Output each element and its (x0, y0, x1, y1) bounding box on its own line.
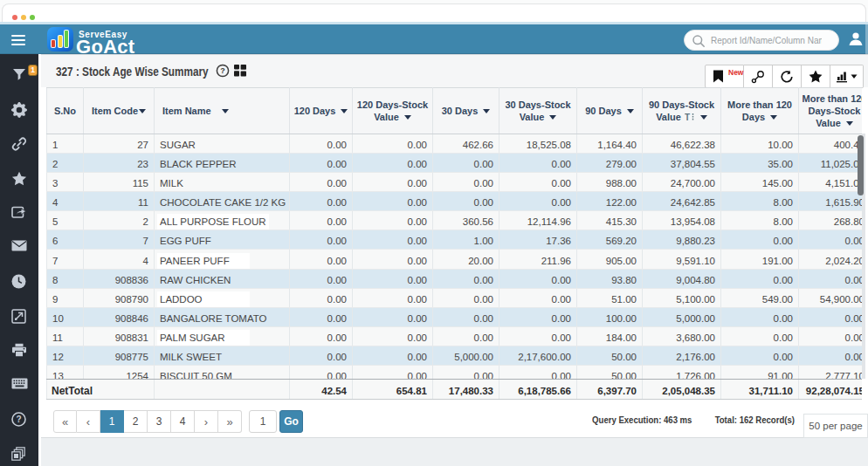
table-row[interactable]: 3115MILK0.000.000.000.00988.0024,700.001… (47, 173, 863, 192)
close-window-dot[interactable] (12, 15, 17, 20)
column-header-more-than-120-days[interactable]: More than 120 Days (721, 88, 799, 134)
sort-caret-icon (222, 109, 229, 113)
table-row[interactable]: 11908831PALM SUGAR0.000.000.000.00184.00… (47, 326, 863, 346)
minimize-window-dot[interactable] (21, 15, 26, 20)
table-row[interactable]: 8908836RAW CHICKEN0.000.000.000.0093.809… (47, 269, 863, 288)
bookmark-icon (713, 70, 724, 83)
cell: 0.00 (353, 365, 433, 379)
cell: 415.30 (577, 211, 643, 230)
send-icon (11, 205, 27, 219)
table-row[interactable]: 127SUGAR0.000.00462.6618,525.081,164.404… (47, 134, 863, 154)
chart-dropdown-icon (837, 71, 858, 83)
table-row[interactable]: 411CHOCOLATE CAKE 1/2 KG0.000.000.000.00… (47, 192, 863, 211)
net-total-value: 42.54 (290, 380, 353, 399)
toolbar-button-group: New (705, 65, 864, 88)
sidebar-item-star[interactable] (0, 164, 38, 194)
goto-page-input[interactable] (249, 410, 277, 433)
cell: 8.00 (721, 211, 799, 230)
sidebar-item-chart-box[interactable] (0, 302, 38, 332)
column-header-120-days-stock-value[interactable]: 120 Days-Stock Value (353, 88, 433, 134)
cell: 0.00 (290, 346, 353, 365)
prev-page-button[interactable]: ‹ (77, 410, 100, 433)
table-row[interactable]: 9908790LADDOO0.000.000.000.0051.005,100.… (47, 288, 863, 307)
sidebar-item-printer[interactable] (0, 336, 38, 366)
column-header-more-than-120-days-stock-value[interactable]: More than 120 Days-Stock Value (799, 88, 863, 134)
dashboard-grid-icon[interactable] (234, 65, 246, 77)
page-3-button[interactable]: 3 (148, 410, 171, 433)
table-row[interactable]: 131254BISCUIT 50 GM0.000.000.000.0050.00… (47, 365, 863, 379)
cell: 51.00 (577, 288, 643, 307)
sidebar-item-mail[interactable] (0, 233, 38, 263)
column-header-90-days[interactable]: 90 Days (577, 88, 643, 134)
page-1-button[interactable]: 1 (100, 410, 124, 433)
cell: 0.00 (353, 346, 433, 365)
chart-dropdown-button[interactable] (830, 65, 864, 88)
sidebar-item-link[interactable] (0, 129, 38, 159)
sort-caret-icon (341, 109, 348, 113)
cell: 37,804.55 (643, 154, 721, 173)
cell: 24,642.85 (643, 192, 721, 211)
user-icon[interactable] (848, 31, 864, 46)
cell: 1.00 (433, 230, 499, 250)
maximize-window-dot[interactable] (30, 15, 35, 20)
cell: 0.00 (290, 211, 353, 230)
global-search (684, 30, 839, 51)
report-table: S.NoItem CodeItem Name120 Days120 Days-S… (46, 87, 862, 379)
cell: 0.00 (799, 307, 863, 326)
cell: 0.00 (499, 365, 577, 379)
table-row[interactable]: 74PANEER PUFF0.000.0020.00211.96905.009,… (47, 250, 863, 269)
sidebar-item-send[interactable] (0, 198, 38, 228)
cell: 0.00 (799, 326, 863, 346)
sidebar-item-help[interactable]: ? (0, 405, 38, 435)
column-header-item-name[interactable]: Item Name (155, 88, 290, 134)
refresh-button[interactable] (773, 65, 802, 88)
cell: 9,004.80 (643, 269, 721, 288)
first-page-button[interactable]: « (53, 410, 77, 433)
table-row[interactable]: 223BLACK PEPPER0.000.000.000.00279.0037,… (47, 154, 863, 173)
column-header-30-days[interactable]: 30 Days (433, 88, 499, 134)
page-2-button[interactable]: 2 (124, 410, 148, 433)
cell: 0.00 (353, 288, 433, 307)
search-input[interactable] (711, 31, 822, 50)
last-page-button[interactable]: » (218, 410, 242, 433)
page-4-button[interactable]: 4 (171, 410, 195, 433)
cell: 191.00 (721, 250, 799, 269)
cell: 0.00 (433, 365, 499, 379)
cell: 569.20 (577, 230, 643, 250)
per-page-select[interactable]: 50 per page (803, 414, 868, 438)
help-circle-icon[interactable]: ? (216, 64, 230, 78)
cell: 54,900.00 (799, 288, 863, 307)
sidebar-item-clock[interactable] (0, 267, 38, 297)
next-page-button[interactable]: › (195, 410, 218, 433)
sidebar-item-gear[interactable] (0, 95, 38, 125)
star-button[interactable] (802, 65, 830, 88)
column-header-90-days-stock-value[interactable]: 90 Days-Stock ValueT (643, 88, 721, 134)
column-header-30-days-stock-value[interactable]: 30 Days-Stock Value (499, 88, 577, 134)
cell: 0.00 (290, 326, 353, 346)
sort-caret-icon (846, 121, 853, 126)
cell: 10.00 (721, 134, 799, 154)
column-header-item-code[interactable]: Item Code (84, 88, 155, 134)
link-icon (11, 136, 27, 152)
table-row[interactable]: 12908775MILK SWEET0.000.005,000.002,17,6… (47, 346, 863, 365)
sidebar-item-pages[interactable] (0, 440, 38, 466)
cell: 5,100.00 (643, 288, 721, 307)
cell: 5,000.00 (643, 307, 721, 326)
go-button[interactable]: Go (279, 410, 303, 433)
cell: 0.00 (721, 346, 799, 365)
nodes-button[interactable] (744, 65, 773, 88)
column-header-120-days[interactable]: 120 Days (290, 88, 353, 134)
table-row[interactable]: 67EGG PUFF0.000.001.0017.36569.209,880.2… (47, 230, 863, 250)
cell: 0.00 (499, 326, 577, 346)
hamburger-menu-icon[interactable] (11, 35, 25, 45)
table-row[interactable]: 52ALL PURPOSE FLOUR0.000.00360.5612,114.… (47, 211, 863, 230)
cell: 24,700.00 (643, 173, 721, 192)
cell: 462.66 (433, 134, 499, 154)
cell: 908846 (84, 307, 155, 326)
cell: 0.00 (433, 154, 499, 173)
sidebar-item-keyboard[interactable] (0, 371, 38, 401)
table-row[interactable]: 10908846BANGALORE TOMATO0.000.000.000.00… (47, 307, 863, 326)
table-scrollbar-thumb[interactable] (858, 135, 864, 195)
bookmark-button[interactable]: New (705, 65, 744, 88)
sidebar-item-filter[interactable]: 1 (0, 60, 38, 90)
